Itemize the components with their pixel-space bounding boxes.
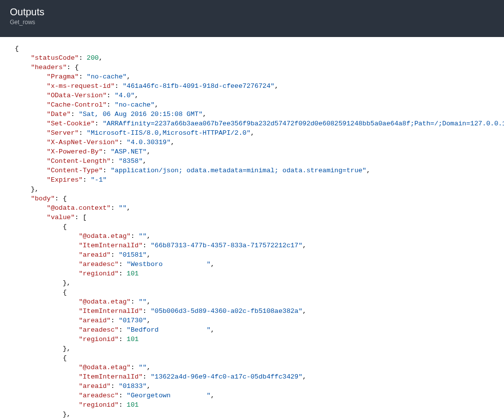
json-output[interactable]: { "statusCode": 200, "headers": { "Pragm…	[0, 37, 504, 420]
header-subtitle: Get_rows	[10, 19, 494, 26]
header-title: Outputs	[10, 6, 494, 18]
outputs-header: Outputs Get_rows	[0, 0, 504, 37]
